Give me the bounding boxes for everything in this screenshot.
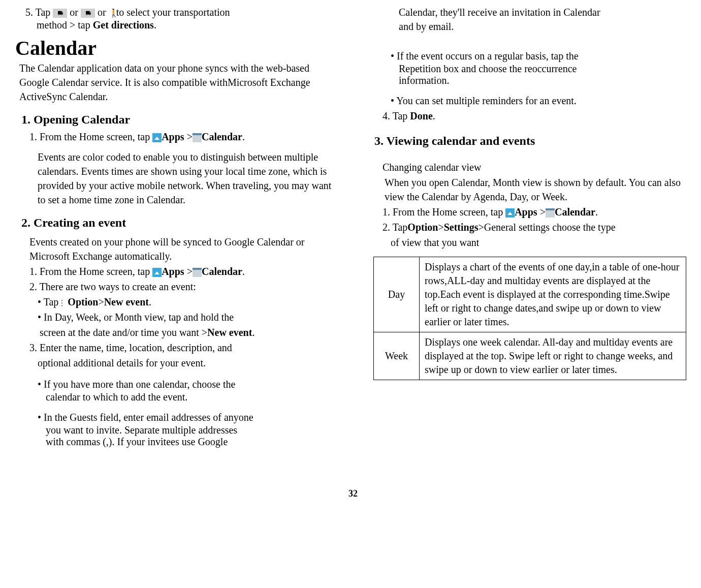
- dot: .: [595, 206, 598, 218]
- reminders-bullet: • You can set multiple reminders for an …: [391, 94, 691, 108]
- create-bullet-guests: • In the Guests field, enter email addre…: [38, 410, 338, 424]
- new-event-label: New event: [104, 296, 149, 307]
- calendar-heading: Calendar: [15, 36, 338, 60]
- view-step-1: 1. From the Home screen, tap Apps >Calen…: [383, 205, 691, 219]
- calendar-icon: [193, 133, 202, 142]
- page-number: 32: [15, 488, 691, 499]
- option-label: Option: [407, 222, 438, 233]
- view-step-2f: of view that you want: [391, 235, 691, 250]
- gt: >: [438, 222, 443, 233]
- create-bullet-calendar2: calendar to which to add the event.: [46, 391, 338, 403]
- day-label: Day: [374, 257, 420, 332]
- two-column-layout: 5. Tap ⛟ or ⛟ or 🚶 to select your transp…: [15, 5, 691, 448]
- table-row: Day Displays a chart of the events of on…: [374, 257, 686, 332]
- get-directions-label: Get directions: [93, 19, 154, 30]
- done-a: 4. Tap: [383, 110, 410, 121]
- gt: >: [184, 266, 193, 277]
- week-desc: Displays one week calendar. All-day and …: [420, 332, 686, 380]
- step5-text-d: to select your transportation: [116, 7, 230, 18]
- settings-label: Settings: [444, 222, 479, 233]
- left-column: 5. Tap ⛟ or ⛟ or 🚶 to select your transp…: [15, 5, 338, 448]
- dot: .: [149, 296, 151, 307]
- calendar-label: Calendar: [202, 131, 242, 142]
- calendar-label: Calendar: [202, 266, 242, 277]
- opening-calendar-heading: 1. Opening Calendar: [21, 113, 338, 127]
- create-intro: Events created on your phone will be syn…: [29, 235, 338, 263]
- creating-event-heading: 2. Creating an event: [21, 216, 338, 230]
- open-1-text: 1. From the Home screen, tap: [29, 131, 152, 142]
- menu-icon: •••: [61, 299, 65, 307]
- v2a: 2. Tap: [383, 222, 407, 233]
- gt: >: [537, 206, 546, 218]
- create-bullet-1: • Tap ••• Option>New event.: [38, 295, 338, 309]
- step5-text-e: method > tap: [37, 19, 93, 30]
- view-step-2: 2. TapOption>Settings>General settings c…: [383, 220, 691, 234]
- b1a: • Tap: [38, 296, 58, 307]
- dot: .: [433, 110, 435, 121]
- right-column: Calendar, they'll receive an invitation …: [368, 5, 691, 448]
- calendar-icon: [546, 208, 555, 218]
- table-row: Week Displays one week calendar. All-day…: [374, 332, 686, 380]
- apps-icon: [505, 208, 515, 218]
- car-icon: ⛟: [53, 9, 67, 18]
- apps-label: Apps: [515, 206, 537, 218]
- create-bullet-guests3: with commas (,). If your invitees use Go…: [46, 436, 338, 448]
- repetition-bullet: • If the event occurs on a regular basis…: [391, 49, 691, 63]
- step-5: 5. Tap ⛟ or ⛟ or 🚶 to select your transp…: [25, 5, 338, 19]
- view-1-text: 1. From the Home screen, tap: [383, 206, 505, 218]
- create-step-2: 2. There are two ways to create an event…: [29, 280, 338, 294]
- view-intro: When you open Calendar, Month view is sh…: [385, 175, 691, 204]
- step5-text-c: or: [98, 7, 106, 18]
- new-event-label: New event: [207, 327, 252, 338]
- v2e: >General settings choose the type: [478, 222, 615, 233]
- option-label: Option: [68, 296, 98, 307]
- create-step-1: 1. From the Home screen, tap Apps >Calen…: [29, 264, 338, 278]
- gt: >: [98, 296, 104, 307]
- week-label: Week: [374, 332, 420, 380]
- open-desc: Events are color coded to enable you to …: [38, 150, 338, 207]
- create-bullet-2: • In Day, Week, or Month view, tap and h…: [38, 310, 338, 324]
- open-step-1: 1. From the Home screen, tap Apps >Calen…: [29, 130, 338, 144]
- apps-icon: [152, 268, 162, 277]
- step-4-done: 4. Tap Done.: [383, 109, 691, 123]
- dot: .: [242, 266, 245, 277]
- dot: .: [242, 131, 245, 142]
- repetition-2: Repetition box and choose the reoccurren…: [399, 63, 691, 75]
- create-step-3: 3. Enter the name, time, location, descr…: [29, 341, 338, 355]
- create-bullet-2b: screen at the date and/or time you want …: [40, 325, 338, 339]
- create-1-text: 1. From the Home screen, tap: [29, 266, 152, 277]
- apps-icon: [152, 133, 162, 142]
- step-5-cont: method > tap Get directions.: [37, 19, 338, 31]
- calendar-intro: The Calendar application data on your ph…: [19, 61, 338, 104]
- done-label: Done: [410, 110, 432, 121]
- b2a: • In Day, Week, or Month view, tap and h…: [38, 312, 234, 323]
- step5-text-b: or: [70, 7, 81, 18]
- day-desc: Displays a chart of the events of one da…: [420, 257, 686, 332]
- guests-cont2: and by email.: [399, 19, 691, 34]
- bus-icon: ⛟: [81, 9, 95, 18]
- changing-view-label: Changing calendar view: [383, 160, 691, 174]
- walk-icon: 🚶: [109, 9, 114, 18]
- apps-label: Apps: [162, 266, 184, 277]
- viewing-calendar-heading: 3. Viewing calendar and events: [374, 134, 691, 148]
- b2b: screen at the date and/or time you want …: [40, 327, 207, 338]
- dot: .: [252, 327, 254, 338]
- guests-cont1: Calendar, they'll receive an invitation …: [399, 5, 691, 19]
- gt: >: [184, 131, 193, 142]
- apps-label: Apps: [162, 131, 184, 142]
- create-bullet-calendar: • If you have more than one calendar, ch…: [38, 377, 338, 391]
- create-step-3b: optional additional details for your eve…: [38, 356, 338, 370]
- step5-text-a: 5. Tap: [25, 7, 53, 18]
- calendar-icon: [193, 268, 202, 277]
- view-table: Day Displays a chart of the events of on…: [373, 257, 686, 380]
- repetition-3: information.: [399, 75, 691, 86]
- step5-dot: .: [154, 19, 156, 30]
- calendar-label: Calendar: [555, 206, 595, 218]
- create-bullet-guests2: you want to invite. Separate multiple ad…: [46, 424, 338, 436]
